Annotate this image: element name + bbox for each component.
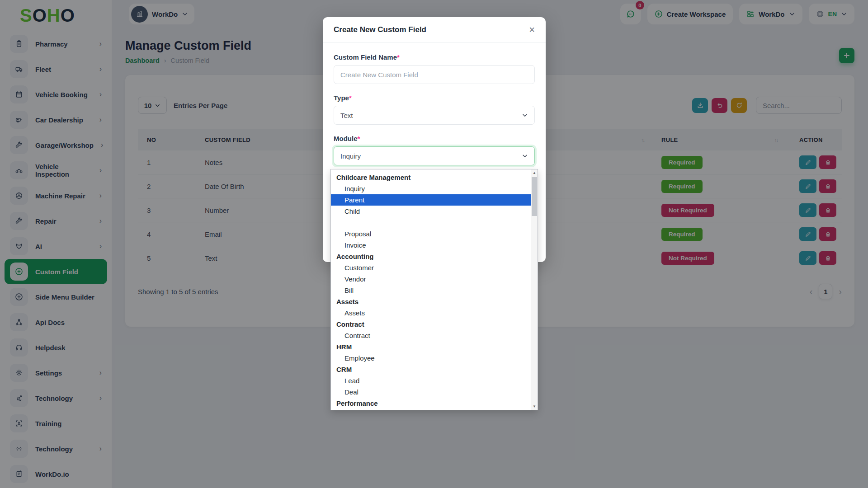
module-select-value: Inquiry: [340, 152, 361, 160]
required-asterisk: *: [349, 94, 352, 102]
dropdown-group-label: HRM: [331, 341, 531, 352]
dropdown-option[interactable]: Employee: [331, 352, 531, 364]
dropdown-option[interactable]: Assets: [331, 307, 531, 319]
type-label: Type*: [334, 94, 535, 102]
dropdown-group-label: CRM: [331, 364, 531, 375]
chevron-down-icon: [522, 153, 528, 159]
dropdown-option[interactable]: Proposal: [331, 228, 531, 239]
scrollbar-down-arrow[interactable]: ▼: [531, 403, 538, 410]
module-select[interactable]: Inquiry: [334, 146, 535, 165]
dropdown-option[interactable]: Child: [331, 206, 531, 217]
dropdown-option[interactable]: Contract: [331, 330, 531, 341]
dropdown-option[interactable]: Vendor: [331, 273, 531, 285]
modal-title: Create New Custom Field: [334, 25, 426, 34]
scrollbar-thumb[interactable]: [532, 177, 537, 216]
dropdown-group-label: Accounting: [331, 251, 531, 262]
module-dropdown-list: Childcare Management Inquiry Parent Chil…: [330, 169, 538, 410]
module-label: Module*: [334, 135, 535, 142]
required-asterisk: *: [397, 53, 400, 61]
dropdown-option[interactable]: Inquiry: [331, 183, 531, 194]
dropdown-option[interactable]: Deal: [331, 386, 531, 398]
custom-field-name-label: Custom Field Name*: [334, 53, 535, 61]
dropdown-option[interactable]: Bill: [331, 285, 531, 296]
dropdown-group-label: Contract: [331, 319, 531, 330]
dropdown-option[interactable]: Customer: [331, 262, 531, 273]
close-icon[interactable]: ×: [529, 25, 535, 35]
dropdown-group-label: Childcare Management: [331, 172, 531, 183]
dropdown-group-label: Performance: [331, 398, 531, 409]
chevron-down-icon: [522, 112, 528, 118]
required-asterisk: *: [358, 135, 360, 142]
type-select[interactable]: Text: [334, 106, 535, 125]
dropdown-option[interactable]: Invoice: [331, 239, 531, 251]
dropdown-option-selected[interactable]: Parent: [331, 194, 531, 206]
type-select-value: Text: [340, 112, 353, 119]
scrollbar-up-arrow[interactable]: ▲: [531, 169, 538, 176]
dropdown-group-label: [331, 217, 531, 228]
dropdown-scrollbar[interactable]: ▲ ▼: [531, 169, 538, 410]
dropdown-option[interactable]: Lead: [331, 375, 531, 386]
dropdown-group-label: Assets: [331, 296, 531, 307]
custom-field-name-input[interactable]: [334, 65, 535, 84]
